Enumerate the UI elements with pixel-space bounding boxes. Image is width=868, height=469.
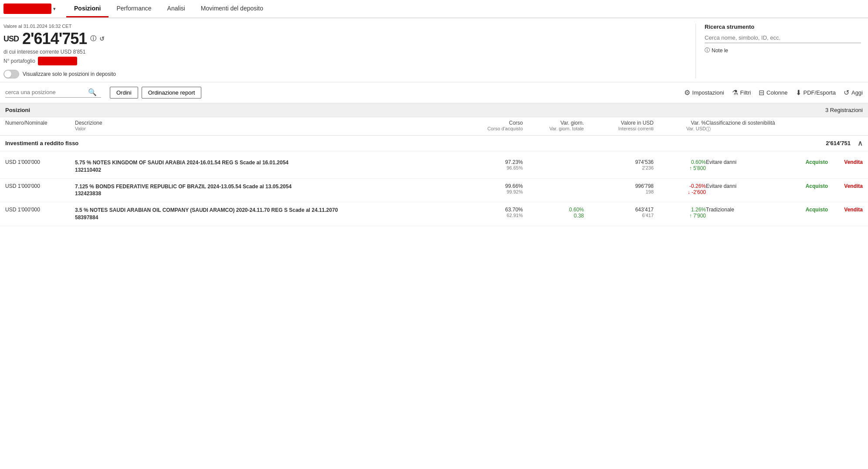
row1-isin: 132110402: [75, 167, 466, 174]
row3-isin: 58397884: [75, 214, 466, 221]
category-collapse-icon[interactable]: ∧: [858, 139, 863, 147]
deposit-toggle[interactable]: [3, 70, 19, 78]
row3-classificazione: Tradizionale: [706, 207, 784, 213]
brand-chevron-icon[interactable]: ▾: [53, 6, 56, 12]
aggiorna-label: Aggi: [851, 89, 863, 96]
toggle-knob: [4, 71, 11, 78]
search-position-wrapper: 🔍: [5, 88, 101, 98]
header-interessi: di cui interesse corrente USD 8'851: [3, 49, 687, 55]
tab-posizioni[interactable]: Posizioni: [66, 0, 108, 17]
col-classificazione: Classificazione di sostenibilità ⓘ: [706, 120, 784, 133]
row2-vendita-button[interactable]: Vendita: [844, 183, 863, 189]
pdf-esporta-button[interactable]: ⬇ PDF/Esporta: [796, 88, 836, 97]
row1-vendita-cell: Vendita: [828, 159, 863, 165]
section-header: Posizioni 3 Registrazioni: [0, 103, 868, 117]
info-note-icon: ⓘ: [705, 47, 710, 54]
tab-analisi[interactable]: Analisi: [159, 0, 193, 17]
impostazioni-button[interactable]: ⚙ Impostazioni: [684, 88, 724, 97]
row2-vendita-cell: Vendita: [828, 183, 863, 189]
row3-vendita-button[interactable]: Vendita: [844, 207, 863, 213]
row3-vendita-cell: Vendita: [828, 207, 863, 213]
colonne-button[interactable]: ⊟ Colonne: [759, 88, 787, 97]
row3-valore-usd: 643'417 6'417: [584, 207, 654, 218]
toolbar-buttons: Ordini Ordinazione report: [110, 87, 201, 99]
col-descrizione: Descrizione Valor: [75, 120, 466, 133]
row2-acquisto-button[interactable]: Acquisto: [806, 183, 828, 189]
row2-description: 7.125 % BONDS FEDERATIVE REPUBLIC OF BRA…: [75, 183, 466, 198]
row1-acquisto-button[interactable]: Acquisto: [806, 159, 828, 165]
aggiorna-button[interactable]: ↺ Aggi: [844, 88, 863, 97]
main-nav-tabs: Posizioni Performance Analisi Movimenti …: [66, 0, 271, 17]
header-date: Valore al 31.01.2024 16:32 CET: [3, 24, 687, 29]
brand-logo-area: ▾: [3, 3, 56, 14]
row3-desc-bold: 3.5 % NOTES SAUDI ARABIAN OIL COMPANY (S…: [75, 207, 466, 214]
row3-corso: 63.70% 62.91%: [466, 207, 523, 218]
row2-isin: 132423838: [75, 190, 466, 197]
row2-var-pct: -0.26% ↓ -2'600: [654, 183, 706, 195]
refresh-toolbar-icon: ↺: [844, 88, 849, 97]
note-link[interactable]: ⓘ Note le: [705, 47, 861, 54]
header-area: Valore al 31.01.2024 16:32 CET USD 2'614…: [0, 18, 868, 82]
portfolio-number-redacted: [38, 57, 77, 65]
ordinazione-report-button[interactable]: Ordinazione report: [142, 87, 202, 99]
row3-acquisto-cell: Acquisto: [784, 207, 828, 213]
gear-icon: ⚙: [684, 88, 690, 97]
row1-nominal: USD 1'000'000: [5, 159, 75, 165]
category-row: Investimenti a reddito fisso 2'614'751 ∧: [0, 136, 868, 151]
header-portfolio: N° portafoglio: [3, 57, 687, 65]
row1-description: 5.75 % NOTES KINGDOM OF SAUDI ARABIA 202…: [75, 159, 466, 174]
columns-icon: ⊟: [759, 88, 764, 97]
colonne-label: Colonne: [766, 89, 787, 96]
table-row: USD 1'000'000 5.75 % NOTES KINGDOM OF SA…: [0, 155, 868, 179]
impostazioni-label: Impostazioni: [692, 89, 724, 96]
row1-var-pct: 0.60% ↑ 5'800: [654, 159, 706, 171]
search-position-icon[interactable]: 🔍: [88, 88, 97, 96]
info-icon[interactable]: ⓘ: [90, 35, 96, 43]
col-var-pct: Var. % Var. USD: [654, 120, 706, 133]
header-left: Valore al 31.01.2024 16:32 CET USD 2'614…: [3, 24, 687, 78]
category-label: Investimenti a reddito fisso: [5, 140, 78, 146]
toolbar-left: 🔍 Ordini Ordinazione report: [5, 87, 680, 99]
top-navigation: ▾ Posizioni Performance Analisi Moviment…: [0, 0, 868, 18]
col-var-giorn: Var. giorn. Var. giorn. totale: [523, 120, 584, 133]
note-label: Note le: [712, 48, 728, 54]
row2-desc-bold: 7.125 % BONDS FEDERATIVE REPUBLIC OF BRA…: [75, 183, 466, 190]
category-total: 2'614'751: [826, 140, 851, 146]
section-title: Posizioni: [5, 107, 30, 113]
tab-performance[interactable]: Performance: [108, 0, 159, 17]
search-position-input[interactable]: [5, 89, 88, 95]
header-total: 2'614'751: [22, 30, 87, 48]
filter-icon: ⚗: [732, 88, 738, 97]
table-row: USD 1'000'000 7.125 % BONDS FEDERATIVE R…: [0, 179, 868, 203]
row3-var-pct: 1.26% ↑ 7'900: [654, 207, 706, 219]
filtri-button[interactable]: ⚗ Filtri: [732, 88, 751, 97]
section-registrazioni: 3 Registrazioni: [825, 107, 863, 113]
col-acquisto: [784, 120, 828, 133]
row1-valore-usd: 974'536 2'236: [584, 159, 654, 170]
col-vendita: [828, 120, 863, 133]
pdf-label: PDF/Esporta: [804, 89, 836, 96]
header-value: USD 2'614'751 ⓘ ↺: [3, 30, 687, 48]
search-strumento-input[interactable]: [705, 33, 861, 43]
toolbar-actions: ⚙ Impostazioni ⚗ Filtri ⊟ Colonne ⬇ PDF/…: [684, 88, 863, 97]
filtri-label: Filtri: [740, 89, 751, 96]
row2-acquisto-cell: Acquisto: [784, 183, 828, 189]
download-icon: ⬇: [796, 88, 801, 97]
row2-corso: 99.66% 99.92%: [466, 183, 523, 194]
row3-acquisto-button[interactable]: Acquisto: [806, 207, 828, 213]
row2-nominal: USD 1'000'000: [5, 183, 75, 189]
refresh-icon[interactable]: ↺: [99, 35, 104, 42]
row1-corso: 97.23% 96.65%: [466, 159, 523, 170]
row1-desc-bold: 5.75 % NOTES KINGDOM OF SAUDI ARABIA 202…: [75, 159, 466, 167]
ordini-button[interactable]: Ordini: [110, 87, 138, 99]
header-currency: USD: [3, 34, 19, 44]
tab-movimenti[interactable]: Movimenti del deposito: [193, 0, 271, 17]
row1-vendita-button[interactable]: Vendita: [844, 159, 863, 165]
toggle-label: Visualizzare solo le posizioni in deposi…: [23, 71, 116, 77]
col-corso: Corso Corso d'acquisto: [466, 120, 523, 133]
header-right: Ricerca strumento ⓘ Note le: [695, 24, 861, 78]
row2-classificazione: Evitare danni: [706, 183, 784, 189]
search-strumento-label: Ricerca strumento: [705, 24, 861, 30]
row1-classificazione: Evitare danni: [706, 159, 784, 165]
col-valore-usd: Valore in USD Interessi correnti: [584, 120, 654, 133]
